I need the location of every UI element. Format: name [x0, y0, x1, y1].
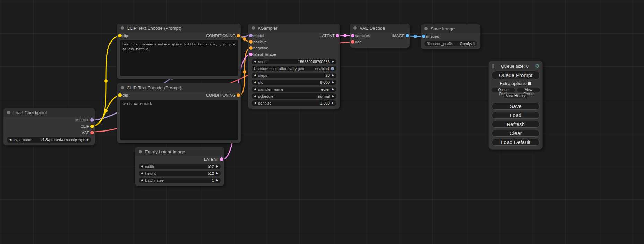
- clip-output-dot[interactable]: [90, 125, 94, 128]
- view-history-button[interactable]: View History: [503, 93, 528, 98]
- vae-input-dot[interactable]: [351, 40, 354, 44]
- node-title-bar[interactable]: Load Checkpoint: [3, 108, 95, 117]
- left-arrow-icon[interactable]: ◀: [141, 179, 143, 182]
- node-title-bar[interactable]: CLIP Text Encode (Prompt): [117, 24, 241, 33]
- extra-options-checkbox[interactable]: [528, 82, 531, 85]
- left-arrow-icon[interactable]: ◀: [254, 81, 256, 84]
- batch-size-widget[interactable]: ◀ batch_size 1 ▶: [139, 178, 221, 183]
- steps-widget[interactable]: ◀ steps 20 ▶: [252, 73, 336, 78]
- slot-row: samples IMAGE: [350, 33, 410, 39]
- output-slot-vae: VAE: [3, 129, 95, 136]
- node-title-bar[interactable]: Save Image: [421, 24, 480, 33]
- node-title: VAE Decode: [360, 26, 385, 31]
- collapse-dot-icon[interactable]: [424, 27, 428, 30]
- right-arrow-icon[interactable]: ▶: [332, 102, 334, 105]
- node-title-bar[interactable]: VAE Decode: [350, 24, 410, 33]
- menu-header: ⣿ Queue size: 0 ⚙: [491, 63, 540, 70]
- prompt-text-area[interactable]: beautiful scenery nature glass bottle la…: [120, 40, 238, 76]
- widget-value: 512: [208, 171, 214, 175]
- left-arrow-icon[interactable]: ◀: [254, 74, 256, 77]
- left-arrow-icon[interactable]: ◀: [254, 60, 256, 63]
- image-output-dot[interactable]: [406, 34, 409, 37]
- right-arrow-icon[interactable]: ▶: [332, 60, 334, 63]
- right-arrow-icon[interactable]: ▶: [332, 74, 334, 77]
- collapse-dot-icon[interactable]: [353, 26, 357, 30]
- left-arrow-icon[interactable]: ◀: [141, 165, 143, 168]
- node-title-bar[interactable]: KSampler: [248, 24, 340, 33]
- node-title-bar[interactable]: CLIP Text Encode (Prompt): [117, 83, 241, 92]
- node-save-image[interactable]: Save Image images filename_prefix ComfyU…: [421, 24, 480, 49]
- input-label: clip: [122, 93, 128, 97]
- node-clip-text-encode-negative[interactable]: CLIP Text Encode (Prompt) clip CONDITION…: [117, 83, 241, 143]
- height-widget[interactable]: ◀ height 512 ▶: [139, 171, 221, 176]
- latent-output-dot[interactable]: [336, 34, 339, 37]
- node-vae-decode[interactable]: VAE Decode samples IMAGE vae: [350, 24, 410, 48]
- left-arrow-icon[interactable]: ◀: [254, 95, 256, 98]
- images-input-dot[interactable]: [422, 35, 425, 38]
- clear-button[interactable]: Clear: [492, 130, 540, 137]
- prompt-text-area[interactable]: text, watermark: [120, 100, 238, 140]
- slot-row: clip CONDITIONING: [117, 33, 241, 39]
- right-arrow-icon[interactable]: ▶: [216, 179, 218, 182]
- filename-prefix-widget[interactable]: filename_prefix ComfyUI: [424, 41, 477, 46]
- node-ksampler[interactable]: KSampler model LATENT positive negative …: [248, 24, 340, 109]
- seed-widget[interactable]: ◀ seed 156680208700286 ▶: [252, 59, 336, 64]
- widget-value: enabled: [315, 66, 329, 71]
- clip-input-dot[interactable]: [118, 34, 122, 37]
- right-arrow-icon[interactable]: ▶: [332, 81, 334, 84]
- width-widget[interactable]: ◀ width 512 ▶: [139, 164, 221, 169]
- right-arrow-icon[interactable]: ▶: [332, 88, 334, 91]
- save-button[interactable]: Save: [492, 103, 540, 110]
- right-arrow-icon[interactable]: ▶: [332, 95, 334, 98]
- queue-front-button[interactable]: Queue Front: [491, 88, 515, 92]
- node-load-checkpoint[interactable]: Load Checkpoint MODEL CLIP VAE ◀ ckpt_na…: [3, 108, 95, 145]
- latent-output-dot[interactable]: [220, 157, 223, 161]
- view-queue-button[interactable]: View Queue: [517, 88, 540, 92]
- right-arrow-icon[interactable]: ▶: [216, 165, 218, 168]
- scheduler-widget[interactable]: ◀ scheduler normal ▶: [252, 93, 336, 99]
- node-graph-canvas[interactable]: Load Checkpoint MODEL CLIP VAE ◀ ckpt_na…: [0, 0, 644, 244]
- queue-prompt-button[interactable]: Queue Prompt: [492, 71, 540, 79]
- left-arrow-icon[interactable]: ◀: [254, 102, 256, 105]
- widget-name: cfg: [258, 80, 263, 84]
- load-default-button[interactable]: Load Default: [492, 139, 540, 146]
- collapse-dot-icon[interactable]: [121, 86, 124, 89]
- collapse-dot-icon[interactable]: [121, 26, 124, 30]
- ckpt-name-widget[interactable]: ◀ ckpt_name v1-5-pruned-emaonly.ckpt ▶: [7, 137, 91, 143]
- model-input-dot[interactable]: [249, 34, 253, 37]
- collapse-dot-icon[interactable]: [139, 150, 142, 153]
- cfg-widget[interactable]: ◀ cfg 8.000 ▶: [252, 80, 336, 85]
- negative-input-dot[interactable]: [249, 46, 253, 50]
- widget-name: batch_size: [145, 178, 164, 182]
- sampler-name-widget[interactable]: ◀ sampler_name euler ▶: [252, 87, 336, 92]
- left-arrow-icon[interactable]: ◀: [254, 88, 256, 91]
- denoise-widget[interactable]: ◀ denoise 1.000 ▶: [252, 100, 336, 106]
- refresh-button[interactable]: Refresh: [492, 121, 540, 128]
- right-arrow-icon[interactable]: ▶: [87, 138, 89, 141]
- widget-value: 1.000: [320, 101, 330, 105]
- load-button[interactable]: Load: [492, 112, 540, 119]
- model-output-dot[interactable]: [90, 118, 94, 122]
- conditioning-output-dot[interactable]: [237, 93, 240, 97]
- node-title: Load Checkpoint: [13, 110, 47, 115]
- settings-gear-icon[interactable]: ⚙: [535, 63, 540, 69]
- node-clip-text-encode-positive[interactable]: CLIP Text Encode (Prompt) clip CONDITION…: [117, 24, 241, 79]
- collapse-dot-icon[interactable]: [252, 26, 255, 30]
- random-seed-toggle-widget[interactable]: Random seed after every gen enabled: [252, 66, 336, 71]
- toggle-knob-icon[interactable]: [331, 67, 334, 70]
- conditioning-output-dot[interactable]: [237, 34, 240, 37]
- widget-value: 1: [212, 178, 214, 182]
- right-arrow-icon[interactable]: ▶: [216, 172, 218, 175]
- left-arrow-icon[interactable]: ◀: [141, 172, 143, 175]
- drag-handle-icon[interactable]: ⣿: [492, 64, 494, 69]
- samples-input-dot[interactable]: [351, 34, 354, 37]
- node-title-bar[interactable]: Empty Latent Image: [135, 147, 224, 156]
- latent-image-input-dot[interactable]: [249, 53, 253, 56]
- collapse-dot-icon[interactable]: [7, 111, 10, 114]
- node-empty-latent-image[interactable]: Empty Latent Image LATENT ◀ width 512 ▶ …: [135, 147, 224, 186]
- vae-output-dot[interactable]: [90, 131, 94, 134]
- positive-input-dot[interactable]: [249, 40, 253, 44]
- widget-name: Random seed after every gen: [254, 66, 304, 71]
- left-arrow-icon[interactable]: ◀: [9, 138, 11, 141]
- clip-input-dot[interactable]: [118, 93, 122, 97]
